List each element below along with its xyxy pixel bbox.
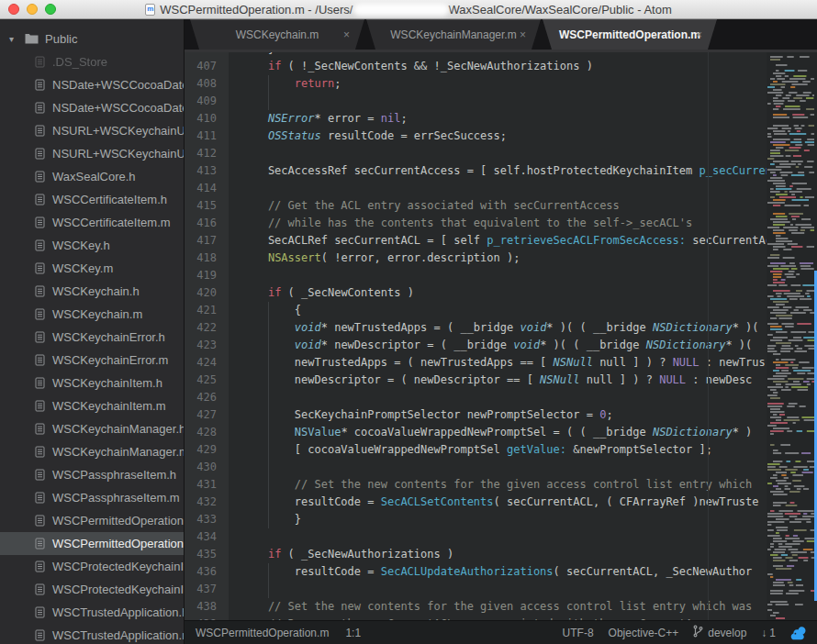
tab-label: WSCKeychain.m xyxy=(236,28,319,41)
status-file-name: WSCPermittedOperation.m xyxy=(196,627,329,639)
file-icon xyxy=(35,629,45,641)
tree-file-item[interactable]: WSCPassphraseItem.m xyxy=(0,486,184,509)
code-text: SecKeychainPromptSelector newPromptSelec… xyxy=(229,406,767,424)
code-text: void* newTrustedApps = ( __bridge void* … xyxy=(229,319,767,337)
code-text: void* newDescriptor = ( __bridge void* )… xyxy=(229,337,767,354)
file-name-label: WSCKeychain.h xyxy=(52,284,140,298)
file-icon xyxy=(35,331,45,343)
title-bar: m WSCPermittedOperation.m - /Users/WaxSe… xyxy=(0,0,817,19)
tree-file-item[interactable]: WSCTrustedApplication.m xyxy=(0,624,184,644)
tree-file-item[interactable]: WSCKeychainItem.h xyxy=(0,372,184,394)
code-editor[interactable]: 406 }407 if ( !_SecNewContents && !_SecN… xyxy=(185,52,817,620)
tree-file-item[interactable]: WaxSealCore.h xyxy=(0,165,184,188)
code-line: 432 resultCode = SecACLSetContents( secC… xyxy=(185,494,767,511)
tree-file-item[interactable]: WSCKeychain.h xyxy=(0,280,184,303)
file-name-label: WSCPassphraseItem.m xyxy=(52,491,180,505)
line-number: 418 xyxy=(185,250,229,267)
close-window-button[interactable] xyxy=(8,4,19,15)
line-number: 417 xyxy=(185,232,229,250)
code-line: 421 { xyxy=(185,302,767,319)
tree-file-item[interactable]: WSCKeychain.m xyxy=(0,303,184,326)
tree-file-item[interactable]: WSCKey.h xyxy=(0,234,184,257)
tree-file-item[interactable]: WSCKeychainError.m xyxy=(0,349,184,372)
code-line: 439 // Because the secCurrentACL was ass… xyxy=(185,616,767,620)
tree-file-item[interactable]: NSDate+WSCCocoaDate.h xyxy=(0,73,184,96)
indent-guide xyxy=(268,494,269,511)
tree-view[interactable]: ▾ Public .DS_StoreNSDate+WSCCocoaDate.hN… xyxy=(0,19,184,644)
chevron-down-icon[interactable]: ▾ xyxy=(9,34,18,44)
line-number: 434 xyxy=(185,528,229,546)
code-text: NSError* error = nil; xyxy=(229,110,767,128)
code-line: 412 xyxy=(185,145,767,162)
code-line: 427 SecKeychainPromptSelector newPromptS… xyxy=(185,406,767,424)
tree-file-item[interactable]: WSCKeychainError.h xyxy=(0,326,184,349)
indent-guide xyxy=(268,302,269,319)
code-text xyxy=(229,459,767,476)
code-text: if ( _SecNewAuthorizations ) xyxy=(229,546,767,563)
minimize-window-button[interactable] xyxy=(27,4,38,15)
line-number: 428 xyxy=(185,424,229,441)
line-number: 429 xyxy=(185,441,229,459)
code-line: 422 void* newTrustedApps = ( __bridge vo… xyxy=(185,319,767,337)
tree-root-folder[interactable]: ▾ Public xyxy=(0,27,184,50)
tree-file-item[interactable]: WSCPassphraseItem.h xyxy=(0,463,184,486)
file-icon xyxy=(35,148,45,160)
tree-file-item[interactable]: WSCTrustedApplication.h xyxy=(0,601,184,624)
file-icon xyxy=(35,423,45,435)
package-squirrel-icon[interactable] xyxy=(790,626,806,640)
tree-file-item[interactable]: WSCKeychainItem.m xyxy=(0,394,184,417)
file-name-label: WSCKeychainManager.m xyxy=(52,445,184,459)
code-line: 423 void* newDescriptor = ( __bridge voi… xyxy=(185,337,767,354)
tree-file-item[interactable]: WSCKeychainManager.m xyxy=(0,440,184,463)
code-text: NSAssert( !error, error.description ); xyxy=(229,250,767,267)
code-text xyxy=(229,180,767,197)
tab[interactable]: WSCKeychainManager.m× xyxy=(366,19,541,50)
file-icon xyxy=(35,606,45,618)
code-line: 431 // Set the new contents for the give… xyxy=(185,476,767,494)
tab-label: WSCPermittedOperation.m xyxy=(559,28,700,41)
tree-file-item[interactable]: NSURL+WSCKeychainURL.m xyxy=(0,142,184,165)
wrap-guide xyxy=(708,52,709,620)
git-branch-status[interactable]: develop xyxy=(693,625,746,640)
tree-file-item[interactable]: WSCKeychainManager.h xyxy=(0,417,184,440)
zoom-window-button[interactable] xyxy=(45,4,56,15)
minimap[interactable] xyxy=(767,52,817,620)
tab[interactable]: WSCKeychain.m× xyxy=(190,19,364,50)
indent-guide xyxy=(268,337,269,354)
tree-file-item[interactable]: WSCProtectedKeychainItem.h xyxy=(0,555,184,578)
grammar-selector[interactable]: Objective-C++ xyxy=(609,627,679,639)
tree-file-item[interactable]: NSDate+WSCCocoaDate.m xyxy=(0,96,184,119)
file-name-label: WSCKeychainError.m xyxy=(52,353,168,367)
line-number: 420 xyxy=(185,284,229,302)
line-number: 424 xyxy=(185,354,229,372)
code-text: SecAccessRef secCurrentAccess = [ self.h… xyxy=(229,162,767,180)
indent-guide xyxy=(268,581,269,598)
tree-file-item[interactable]: NSURL+WSCKeychainURL.h xyxy=(0,119,184,142)
tree-file-item[interactable]: WSCProtectedKeychainItem.m xyxy=(0,578,184,601)
tab-close-icon[interactable]: × xyxy=(520,28,526,41)
code-line: 433 } xyxy=(185,511,767,528)
tree-file-item[interactable]: WSCKey.m xyxy=(0,257,184,280)
code-text: } xyxy=(229,511,767,528)
tab-close-icon[interactable]: × xyxy=(696,28,702,41)
cursor-position[interactable]: 1:1 xyxy=(345,627,361,639)
code-text: resultCode = SecACLUpdateAuthorizations(… xyxy=(229,563,767,581)
encoding-selector[interactable]: UTF-8 xyxy=(563,627,594,639)
tree-file-item[interactable]: WSCPermittedOperation.h xyxy=(0,509,184,532)
tree-file-item[interactable]: WSCPermittedOperation.m xyxy=(0,532,184,555)
indent-guide xyxy=(268,563,269,581)
file-name-label: NSDate+WSCCocoaDate.h xyxy=(52,78,184,92)
git-behind-count[interactable]: ↓ 1 xyxy=(761,627,776,639)
file-name-label: WSCKeychainManager.h xyxy=(52,422,184,436)
tree-file-item[interactable]: WSCCertificateItem.m xyxy=(0,211,184,234)
tab-close-icon[interactable]: × xyxy=(343,28,350,41)
tree-file-item[interactable]: WSCCertificateItem.h xyxy=(0,188,184,211)
atom-window: m WSCPermittedOperation.m - /Users/WaxSe… xyxy=(0,0,817,644)
file-icon xyxy=(35,469,45,481)
code-text: OSStatus resultCode = errSecSuccess; xyxy=(229,128,767,145)
code-line: 410 NSError* error = nil; xyxy=(185,110,767,128)
line-number: 422 xyxy=(185,319,229,337)
git-behind-number: 1 xyxy=(769,627,776,639)
tree-file-item[interactable]: .DS_Store xyxy=(0,50,184,73)
tab-active[interactable]: WSCPermittedOperation.m× xyxy=(543,19,717,50)
